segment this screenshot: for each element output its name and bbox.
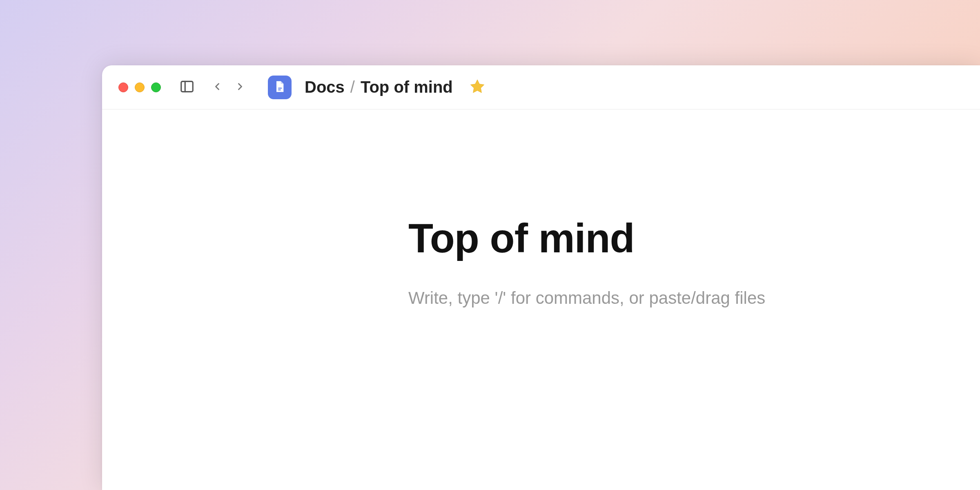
nav-arrows [207,77,251,98]
nav-forward-button[interactable] [229,77,251,98]
nav-back-button[interactable] [207,77,228,98]
svg-rect-2 [278,87,282,88]
sidebar-icon [179,79,195,96]
chevron-right-icon [234,81,246,94]
breadcrumb-separator: / [350,78,355,96]
document-title[interactable]: Top of mind [408,216,980,261]
svg-rect-3 [278,89,281,90]
sidebar-toggle-button[interactable] [178,78,196,96]
document-content: Top of mind Write, type '/' for commands… [102,109,980,308]
titlebar: Docs / Top of mind [102,65,980,109]
star-icon [469,78,486,96]
maximize-window-button[interactable] [151,82,161,92]
breadcrumb: Docs / Top of mind [305,78,453,96]
svg-marker-4 [470,80,484,93]
minimize-window-button[interactable] [135,82,145,92]
chevron-left-icon [212,81,223,94]
breadcrumb-current[interactable]: Top of mind [361,78,453,96]
close-window-button[interactable] [118,82,128,92]
app-window: Docs / Top of mind Top of mind Write, ty… [102,65,980,490]
window-controls [118,82,161,92]
breadcrumb-parent[interactable]: Docs [305,78,345,96]
favorite-button[interactable] [468,78,487,97]
document-icon [273,80,286,95]
document-body-placeholder[interactable]: Write, type '/' for commands, or paste/d… [408,288,980,308]
svg-rect-0 [181,81,193,91]
app-icon[interactable] [268,76,292,99]
